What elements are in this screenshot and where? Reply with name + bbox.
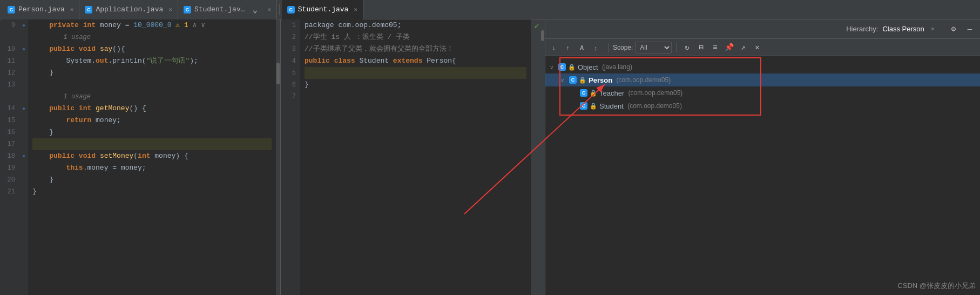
gutter-18: ●: [19, 150, 28, 162]
ln-usage1: .: [4, 31, 15, 43]
code-line-16: }: [32, 126, 272, 138]
class-icon-person: C: [569, 76, 577, 84]
node-name-object: Object: [578, 63, 598, 71]
node-pkg-object: (java.lang): [600, 63, 632, 71]
sort-icon[interactable]: ↕: [592, 42, 604, 53]
expand-object-icon[interactable]: ∨: [550, 64, 556, 70]
usage-hint-2: 1 usage: [32, 91, 272, 103]
usage-hint-1: 1 usage: [32, 31, 272, 43]
expand-icon[interactable]: A: [578, 42, 590, 53]
ln-18: 18: [4, 150, 15, 162]
rcode-line-7: [305, 91, 526, 103]
hierarchy-header: Hierarchy: Class Person ✕ ⚙ —: [545, 19, 980, 39]
tab-close-person[interactable]: ✕: [70, 6, 74, 13]
rcode-line-6: }: [305, 79, 526, 91]
gutter-14: ●: [19, 103, 28, 115]
tab-student-java-2[interactable]: C Student.java ✕: [282, 0, 363, 19]
tab-application-java[interactable]: C Application.java ✕: [79, 0, 178, 19]
code-line-15: return money;: [32, 115, 272, 126]
tree-node-student[interactable]: C 🔒 Student (com.oop.demo05): [545, 99, 980, 112]
code-line-17: [32, 138, 272, 150]
code-line-21: }: [32, 186, 272, 198]
left-scrollbar[interactable]: [276, 19, 280, 295]
class-icon-student: C: [580, 102, 587, 110]
rln-6: 6: [285, 79, 296, 91]
tab-close-student1[interactable]: ✕: [267, 6, 271, 13]
code-line-20: }: [32, 174, 272, 186]
ln-16: 16: [4, 126, 15, 138]
gutter-15: [19, 115, 28, 126]
rcode-line-1: package com.oop.demo05;: [305, 19, 526, 31]
ln-13: 13: [4, 79, 15, 91]
ln-19: 19: [4, 162, 15, 174]
gutter-11: [19, 55, 28, 67]
node-visibility-object: 🔒: [568, 64, 576, 71]
scope-select[interactable]: All Project: [635, 42, 672, 53]
gutter-20: [19, 174, 28, 186]
expand-person-icon[interactable]: ∨: [560, 77, 567, 83]
left-scrollbar-thumb[interactable]: [276, 63, 280, 84]
left-code-area[interactable]: private int money = 10_0000_0 ⚠ 1 ∧ ∨ 1 …: [28, 19, 276, 295]
rln-3: 3: [285, 43, 296, 55]
code-line-12: }: [32, 67, 272, 79]
tab-close-student2[interactable]: ✕: [354, 6, 357, 13]
left-editor-panel: 9 . 10 11 12 13 . 14 15 16 17 18 19 20 2…: [0, 19, 281, 295]
ln-14: 14: [4, 103, 15, 115]
node-pkg-teacher: (com.oop.demo05): [626, 89, 682, 97]
svg-text:↕: ↕: [594, 45, 598, 51]
right-scrollbar-thumb[interactable]: [541, 30, 544, 41]
main-layout: 9 . 10 11 12 13 . 14 15 16 17 18 19 20 2…: [0, 19, 980, 295]
tab-label-person: Person.java: [18, 5, 65, 14]
rcode-line-2: //学生 is 人 ：派生类 / 子类: [305, 31, 526, 43]
tab-icon-student2: C: [287, 6, 295, 14]
ln-9: 9: [4, 19, 15, 31]
tab-close-application[interactable]: ✕: [168, 6, 172, 13]
supertypes-icon[interactable]: ↑: [564, 42, 576, 53]
toolbar-sep-1: [608, 43, 609, 52]
rln-4: 4: [285, 55, 296, 67]
subtypes-icon[interactable]: ↓: [550, 42, 562, 53]
gutter-10: ●: [19, 43, 28, 55]
code-line-14: public int getMoney () {: [32, 103, 272, 115]
pin-icon[interactable]: 📌: [723, 42, 735, 53]
tab-person-java[interactable]: C Person.java ✕: [2, 0, 79, 19]
tab-separator: [279, 4, 280, 15]
tree-node-object[interactable]: ∨ C 🔒 Object (java.lang): [545, 61, 980, 73]
ln-20: 20: [4, 174, 15, 186]
svg-text:A: A: [580, 45, 584, 51]
node-visibility-student: 🔒: [590, 103, 597, 110]
minimize-icon[interactable]: —: [964, 23, 976, 35]
align-icon[interactable]: ≡: [709, 42, 721, 53]
node-pkg-person: (com.oop.demo05): [614, 76, 671, 84]
left-line-numbers: 9 . 10 11 12 13 . 14 15 16 17 18 19 20 2…: [0, 19, 19, 295]
tab-label-student1: Student.jav…: [194, 5, 245, 14]
code-line-19: this .money = money;: [32, 162, 272, 174]
hierarchy-tree: ∨ C 🔒 Object (java.lang) ∨ C 🔒 Person (c…: [545, 56, 980, 295]
right-code-area[interactable]: package com.oop.demo05; //学生 is 人 ：派生类 /…: [300, 19, 531, 295]
code-line-18: public void setMoney ( int money) {: [32, 150, 272, 162]
right-scrollbar[interactable]: [540, 19, 545, 295]
check-icon: ✓: [532, 21, 539, 31]
rcode-line-4: public class Student extends Person{: [305, 55, 526, 67]
gear-icon[interactable]: ⚙: [948, 23, 959, 35]
gutter-usage2: [19, 91, 28, 103]
tab-more-icon[interactable]: ⌄: [248, 4, 262, 15]
gutter-12: [19, 67, 28, 79]
ln-17: 17: [4, 138, 15, 150]
export-icon[interactable]: ↗: [737, 42, 749, 53]
node-name-teacher: Teacher: [599, 89, 624, 97]
collapse-icon[interactable]: ⊟: [695, 42, 707, 53]
tab-student-java-1[interactable]: C Student.jav… ⌄ ✕: [178, 0, 277, 19]
rln-7: 7: [285, 91, 296, 103]
close2-icon[interactable]: ✕: [751, 42, 763, 53]
hierarchy-tab-name: Class Person: [882, 25, 924, 33]
rcode-line-3: //子类继承了父类，就会拥有父类的全部方法！: [305, 43, 526, 55]
ln-12: 12: [4, 67, 15, 79]
hierarchy-close-icon[interactable]: ✕: [931, 25, 935, 33]
tree-node-teacher[interactable]: C 🔒 Teacher (com.oop.demo05): [545, 86, 980, 99]
node-name-student: Student: [599, 102, 624, 110]
scope-label: Scope:: [613, 44, 633, 51]
tab-label-student2: Student.java: [298, 5, 349, 14]
tree-node-person[interactable]: ∨ C 🔒 Person (com.oop.demo05): [545, 73, 980, 86]
refresh-icon[interactable]: ↻: [681, 42, 693, 53]
